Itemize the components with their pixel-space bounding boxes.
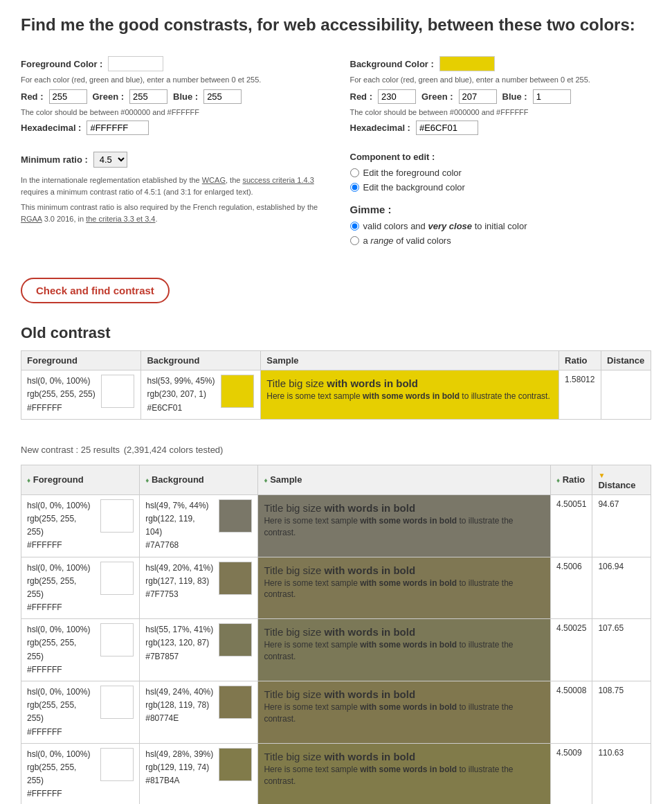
- gimme-close-label: valid colors and very close to initial c…: [363, 221, 527, 231]
- new-ratio: 4.50008: [551, 681, 592, 744]
- component-bg-radio[interactable]: [350, 183, 359, 192]
- new-fg-text: hsl(0, 0%, 100%) rgb(255, 255, 255) #FFF…: [27, 623, 95, 677]
- new-fg-swatch: [100, 562, 134, 595]
- old-col-foreground: Foreground: [21, 351, 141, 370]
- fg-green-input[interactable]: [129, 89, 167, 104]
- ratio-select[interactable]: 3 4.5 7: [93, 152, 127, 168]
- fg-red-input[interactable]: [49, 89, 87, 104]
- new-bg-swatch: [219, 623, 252, 656]
- new-bg-swatch: [219, 562, 252, 595]
- ratio-section: Minimum ratio : 3 4.5 7 In the internati…: [21, 152, 323, 250]
- old-bg-swatch: [221, 375, 254, 408]
- bg-sort-icon: ♦: [145, 476, 149, 484]
- bg-blue-label: Blue :: [502, 91, 527, 102]
- old-ratio: 1.58012: [559, 370, 601, 420]
- new-fg-text: hsl(0, 0%, 100%) rgb(255, 255, 255) #FFF…: [27, 686, 95, 739]
- fg-green-label: Green :: [93, 91, 125, 102]
- new-sample-cell: Title big size with words in bold Here i…: [258, 557, 551, 619]
- new-fg-swatch: [100, 748, 134, 781]
- bg-constraint: The color should be between #000000 and …: [350, 108, 652, 116]
- new-fg-text: hsl(0, 0%, 100%) rgb(255, 255, 255) #FFF…: [27, 562, 95, 615]
- new-contrast-heading: New contrast : 25 results (2,391,424 col…: [21, 440, 651, 456]
- new-contrast-title: New contrast : 25 results: [21, 445, 120, 455]
- fg-blue-input[interactable]: [203, 89, 242, 104]
- component-fg-radio[interactable]: [350, 168, 359, 177]
- old-fg-text: hsl(0, 0%, 100%) rgb(255, 255, 255) #FFF…: [27, 375, 96, 415]
- new-bg-text: hsl(55, 17%, 41%) rgb(123, 120, 87) #7B7…: [145, 623, 213, 663]
- new-col-background[interactable]: ♦ Background: [140, 465, 258, 494]
- foreground-section: Foreground Color : For each color (red, …: [21, 56, 323, 138]
- new-contrast-row: hsl(0, 0%, 100%) rgb(255, 255, 255) #FFF…: [21, 494, 651, 557]
- old-sample-title: Title big size with words in bold: [266, 376, 553, 391]
- new-bg-swatch: [219, 499, 252, 533]
- new-fg-swatch: [100, 623, 134, 656]
- new-bg-swatch: [219, 748, 252, 781]
- foreground-hint: For each color (red, green and blue), en…: [21, 75, 323, 84]
- bg-green-input[interactable]: [459, 89, 497, 104]
- new-sample-body: Here is some text sample with some words…: [264, 639, 545, 663]
- new-contrast-table: ♦ Foreground ♦ Background ♦ Sample ♦ Rat…: [21, 465, 651, 804]
- new-sample-title: Title big size with words in bold: [264, 749, 545, 764]
- new-sample-title: Title big size with words in bold: [264, 563, 545, 578]
- component-fg-option: Edit the foreground color: [363, 168, 462, 178]
- new-col-distance[interactable]: ▼ Distance: [592, 465, 651, 494]
- old-col-sample: Sample: [261, 351, 559, 370]
- component-bg-option: Edit the background color: [363, 182, 465, 193]
- background-swatch: [439, 56, 495, 71]
- new-fg-text: hsl(0, 0%, 100%) rgb(255, 255, 255) #FFF…: [27, 748, 95, 801]
- old-col-ratio: Ratio: [559, 351, 601, 370]
- ratio-info2: This minimum contrast ratio is also requ…: [21, 202, 323, 224]
- new-bg-text: hsl(49, 20%, 41%) rgb(127, 119, 83) #7F7…: [145, 562, 213, 602]
- new-col-foreground[interactable]: ♦ Foreground: [21, 465, 140, 494]
- new-bg-swatch: [219, 686, 252, 719]
- new-ratio: 4.5006: [551, 557, 592, 619]
- ratio-sort-icon: ♦: [556, 476, 560, 484]
- distance-sort-icon: ▼: [598, 472, 605, 479]
- gimme-range-radio[interactable]: [350, 236, 359, 245]
- old-contrast-title: Old contrast: [21, 324, 651, 342]
- new-col-ratio[interactable]: ♦ Ratio: [551, 465, 592, 494]
- fg-hex-input[interactable]: [87, 120, 149, 135]
- old-col-distance: Distance: [601, 351, 651, 370]
- page-title: Find me the good constrasts, for web acc…: [21, 14, 651, 35]
- new-sample-cell: Title big size with words in bold Here i…: [258, 619, 551, 681]
- component-gimme-section: Component to edit : Edit the foreground …: [350, 152, 652, 250]
- bg-hex-input[interactable]: [416, 120, 478, 135]
- new-sample-cell: Title big size with words in bold Here i…: [258, 681, 551, 744]
- old-sample-body: Here is some text sample with some words…: [266, 391, 553, 402]
- new-sample-title: Title big size with words in bold: [264, 687, 545, 702]
- new-sample-body: Here is some text sample with some words…: [264, 578, 545, 601]
- foreground-label: Foreground Color :: [21, 59, 102, 69]
- fg-sort-icon: ♦: [27, 476, 30, 484]
- bg-blue-input[interactable]: [533, 89, 571, 104]
- new-contrast-row: hsl(0, 0%, 100%) rgb(255, 255, 255) #FFF…: [21, 681, 651, 744]
- new-ratio: 4.50051: [551, 494, 592, 557]
- background-section: Background Color : For each color (red, …: [350, 56, 652, 138]
- fg-red-label: Red :: [21, 91, 44, 102]
- foreground-swatch: [108, 56, 163, 71]
- new-fg-text: hsl(0, 0%, 100%) rgb(255, 255, 255) #FFF…: [27, 499, 95, 553]
- fg-hex-label: Hexadecimal :: [21, 123, 81, 133]
- new-fg-swatch: [100, 499, 134, 533]
- bg-green-label: Green :: [421, 91, 453, 102]
- new-distance: 94.67: [592, 494, 651, 557]
- new-bg-text: hsl(49, 24%, 40%) rgb(128, 119, 78) #807…: [145, 686, 213, 726]
- new-contrast-row: hsl(0, 0%, 100%) rgb(255, 255, 255) #FFF…: [21, 557, 651, 619]
- new-sample-body: Here is some text sample with some words…: [264, 702, 545, 725]
- background-label: Background Color :: [350, 59, 434, 69]
- new-distance: 107.65: [592, 619, 651, 681]
- bg-red-input[interactable]: [378, 89, 416, 104]
- new-col-sample[interactable]: ♦ Sample: [258, 465, 551, 494]
- old-col-background: Background: [141, 351, 261, 370]
- new-sample-cell: Title big size with words in bold Here i…: [258, 743, 551, 804]
- new-distance: 110.63: [592, 743, 651, 804]
- gimme-close-radio[interactable]: [350, 222, 359, 231]
- check-contrast-button[interactable]: Check and find contrast: [21, 278, 170, 303]
- ratio-label: Minimum ratio :: [21, 154, 88, 165]
- new-ratio: 4.5009: [551, 743, 592, 804]
- new-contrast-row: hsl(0, 0%, 100%) rgb(255, 255, 255) #FFF…: [21, 743, 651, 804]
- fg-constraint: The color should be between #000000 and …: [21, 108, 323, 116]
- new-distance: 106.94: [592, 557, 651, 619]
- new-contrast-subtitle: (2,391,424 colors tested): [124, 445, 224, 455]
- background-hint: For each color (red, green and blue), en…: [350, 75, 652, 84]
